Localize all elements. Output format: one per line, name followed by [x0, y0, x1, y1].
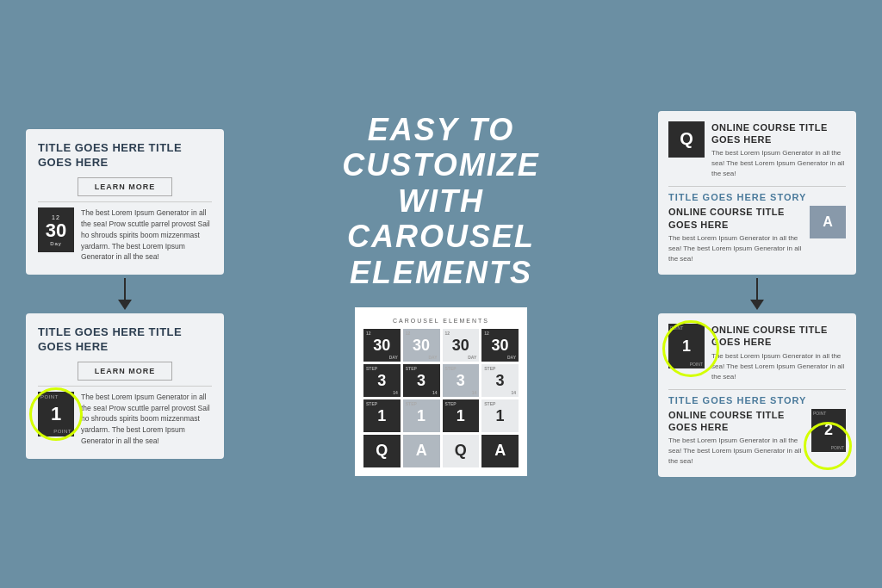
right-column: Q ONLINE COURSE TITLE GOES HERE The best…	[658, 111, 856, 477]
top-left-card-title: TITLE GOES HERE TITLE GOES HERE	[38, 141, 212, 170]
bottom-right-bottom-title: ONLINE COURSE TITLE GOES HERE	[668, 409, 804, 434]
num-label-bottom: POINT	[53, 429, 71, 434]
br-bottom-label-top: POINT	[813, 411, 826, 416]
date-box: 12 30 Day	[38, 207, 74, 252]
grid-label-bot-5: 14	[393, 390, 398, 395]
grid-cell-13: Q	[363, 435, 401, 467]
grid-cell-3: 12 30 Day	[443, 329, 480, 362]
grid-label-bot-6: 14	[432, 390, 438, 395]
date-year: Day	[50, 241, 62, 246]
grid-cell-5: Step 3 14	[363, 364, 401, 397]
top-left-card-body: 12 30 Day The best Lorem Ipsum Generator…	[38, 207, 212, 263]
grid-cell-11: Step 1	[443, 399, 480, 432]
top-left-card-text: The best Lorem Ipsum Generator in all th…	[81, 207, 212, 263]
date-day: 30	[46, 220, 66, 241]
grid-label-top-4: 12	[484, 331, 489, 336]
br-num-main: 1	[682, 337, 691, 356]
br-label-top: POINT	[670, 325, 683, 331]
grid-cell-12: Step 1	[481, 399, 519, 432]
grid-num-4: 30	[492, 337, 509, 353]
grid-label-top-9: Step	[366, 401, 377, 406]
top-right-letter-box: Q	[668, 121, 705, 158]
grid-letter-2: A	[416, 442, 427, 460]
center-heading-line3: WITH	[342, 183, 539, 219]
bottom-right-card: POINT 1 POINT ONLINE COURSE TITLE GOES H…	[658, 313, 856, 477]
top-right-bottom-body: The best Lorem Ipsum Generator in all th…	[668, 233, 803, 264]
divider	[38, 201, 212, 202]
grid-cell-1: 12 30 Day	[363, 329, 401, 362]
right-arrow-head	[750, 300, 764, 310]
top-right-bottom-text: ONLINE COURSE TITLE GOES HERE The best L…	[668, 206, 803, 264]
bottom-right-card-title: ONLINE COURSE TITLE GOES HERE	[711, 324, 846, 349]
grid-label-top-7: Step	[445, 366, 457, 371]
top-right-card-top: Q ONLINE COURSE TITLE GOES HERE The best…	[668, 121, 846, 180]
center-column: EASY TO CUSTOMIZE WITH CAROUSEL ELEMENTS…	[233, 112, 649, 476]
grid-label-top-10: Step	[406, 401, 417, 406]
center-heading: EASY TO CUSTOMIZE WITH CAROUSEL ELEMENTS	[342, 112, 539, 290]
right-arrow-down	[750, 278, 764, 310]
top-right-bottom-letter-box: A	[810, 206, 846, 238]
grid-cell-9: Step 1	[363, 399, 401, 432]
right-arrow-shaft	[756, 278, 758, 300]
top-right-section-title: TITLE GOES HERE STORY	[668, 192, 846, 202]
bottom-right-card-bottom: ONLINE COURSE TITLE GOES HERE The best L…	[668, 409, 846, 467]
grid-cell-4: 12 30 Day	[481, 329, 519, 362]
top-right-card-title: ONLINE COURSE TITLE GOES HERE	[711, 121, 846, 146]
grid-cell-14: A	[403, 435, 440, 467]
bottom-right-bottom-num-box: POINT 2 POINT	[811, 409, 846, 452]
br-label-bottom: POINT	[690, 362, 703, 367]
grid-label-top-5: Step	[366, 366, 377, 371]
grid-num-10: 1	[417, 408, 425, 424]
grid-label-bot-7: 14	[472, 390, 477, 395]
grid-cell-7: Step 3 14	[443, 364, 480, 397]
grid-num-6: 3	[417, 373, 425, 388]
grid-letter-4: A	[494, 442, 506, 460]
grid-cell-2: 12 30 Day	[403, 329, 440, 362]
grid-label-top-3: 12	[445, 331, 450, 336]
grid-cell-10: Step 1	[403, 399, 440, 432]
main-container: TITLE GOES HERE TITLE GOES HERE LEARN MO…	[0, 0, 882, 588]
grid-label-top-12: Step	[484, 401, 495, 406]
br-bottom-num: 2	[824, 421, 833, 439]
bottom-left-card: TITLE GOES HERE TITLE GOES HERE LEARN MO…	[26, 313, 224, 459]
grid-letter-3: Q	[455, 442, 467, 460]
bottom-left-learn-more-button[interactable]: LEARN MORE	[78, 362, 172, 381]
grid-label-bot-3: Day	[468, 355, 476, 360]
grid-label-bot-2: Day	[428, 355, 437, 360]
num-box-1: POINT 1 POINT	[38, 392, 74, 436]
bottom-right-card-top: POINT 1 POINT ONLINE COURSE TITLE GOES H…	[668, 324, 846, 382]
left-arrow-down	[118, 278, 132, 310]
num-main: 1	[51, 405, 61, 424]
grid-num-2: 30	[413, 337, 430, 353]
top-right-bottom-title: ONLINE COURSE TITLE GOES HERE	[668, 206, 803, 231]
grid-num-12: 1	[496, 408, 505, 424]
grid-cell-15: Q	[443, 435, 480, 467]
bottom-right-section-title: TITLE GOES HERE STORY	[668, 395, 846, 405]
grid-cell-8: Step 3 14	[481, 364, 519, 397]
bottom-right-card-top-text: ONLINE COURSE TITLE GOES HERE The best L…	[711, 324, 846, 382]
grid-num-3: 30	[452, 337, 469, 353]
right-divider-2	[668, 389, 846, 390]
grid-num-1: 30	[373, 337, 390, 353]
center-heading-line4: CAROUSEL	[342, 219, 539, 254]
num-label-top: POINT	[40, 394, 59, 399]
grid-num-11: 1	[457, 408, 465, 424]
bottom-left-card-text: The best Lorem Ipsum Generator in all th…	[81, 392, 212, 447]
center-heading-line1: EASY TO	[342, 112, 539, 147]
grid-num-7: 3	[457, 373, 465, 388]
grid-cell-6: Step 3 14	[403, 364, 440, 397]
top-right-card-body: The best Lorem Ipsum Generator in all th…	[711, 148, 846, 179]
grid-label-bot-1: Day	[389, 355, 398, 360]
top-left-learn-more-button[interactable]: LEARN MORE	[78, 177, 172, 196]
divider2	[38, 386, 212, 387]
arrow-shaft	[124, 278, 126, 300]
bottom-right-num-box: POINT 1 POINT	[668, 324, 705, 368]
arrow-head	[118, 300, 132, 310]
bottom-left-card-title: TITLE GOES HERE TITLE GOES HERE	[38, 325, 212, 355]
top-right-card-bottom: ONLINE COURSE TITLE GOES HERE The best L…	[668, 206, 846, 264]
grid-label-top-2: 12	[406, 331, 411, 336]
grid-letter-1: Q	[376, 442, 388, 460]
br-bottom-label-bottom: POINT	[831, 445, 844, 450]
carousel-grid-title: CAROUSEL ELEMENTS	[363, 318, 519, 324]
center-heading-line5: ELEMENTS	[342, 255, 539, 290]
